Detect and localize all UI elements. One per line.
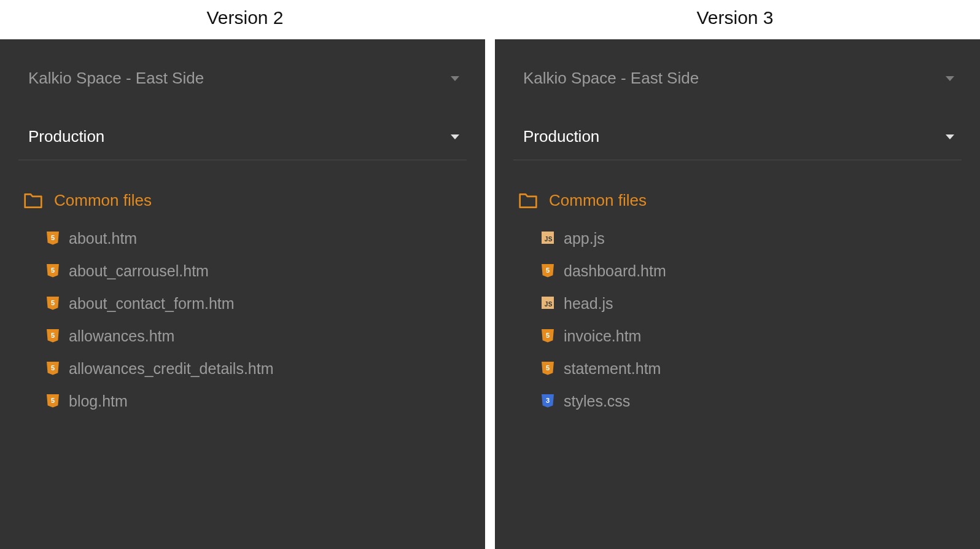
html-file-icon: 5 [47,329,59,344]
chevron-down-icon [946,76,954,81]
html-file-icon: 5 [47,362,59,376]
file-item[interactable]: JS head.js [542,287,962,320]
file-name: blog.htm [69,392,128,410]
file-list: JS app.js 5 dashboard.htm JS head.js 5 i… [518,222,962,418]
project-dropdown[interactable]: Kalkio Space - East Side [513,60,962,96]
html-file-icon: 5 [47,232,59,246]
file-name: statement.htm [564,360,661,378]
file-name: dashboard.htm [564,262,666,280]
css-file-icon: 3 [542,394,554,409]
file-item[interactable]: 5 about_contact_form.htm [47,287,467,320]
chevron-down-icon [451,76,459,81]
file-item[interactable]: JS app.js [542,222,962,255]
file-tree: Common files 5 about.htm 5 about_carrous… [18,189,467,418]
column-title: Version 2 [0,0,490,39]
file-name: invoice.htm [564,327,641,345]
column-version-2: Version 2 Kalkio Space - East Side Produ… [0,0,490,549]
chevron-down-icon [451,134,459,139]
project-dropdown[interactable]: Kalkio Space - East Side [18,60,467,96]
file-item[interactable]: 5 statement.htm [542,352,962,385]
chevron-down-icon [946,134,954,139]
panel: Kalkio Space - East Side Production Comm… [495,39,980,549]
file-item[interactable]: 5 allowances.htm [47,320,467,352]
file-name: styles.css [564,392,630,410]
js-file-icon: JS [542,297,554,311]
column-version-3: Version 3 Kalkio Space - East Side Produ… [490,0,980,549]
file-item[interactable]: 5 blog.htm [47,385,467,418]
file-item[interactable]: 3 styles.css [542,385,962,418]
html-file-icon: 5 [542,264,554,279]
html-file-icon: 5 [47,297,59,311]
folder-label: Common files [54,191,152,210]
environment-name: Production [28,127,104,146]
file-name: app.js [564,230,605,247]
html-file-icon: 5 [542,362,554,376]
file-item[interactable]: 5 invoice.htm [542,320,962,352]
file-name: about_contact_form.htm [69,295,235,313]
file-name: allowances.htm [69,327,174,345]
html-file-icon: 5 [47,394,59,409]
environment-dropdown[interactable]: Production [18,119,467,160]
environment-dropdown[interactable]: Production [513,119,962,160]
project-name: Kalkio Space - East Side [28,69,204,88]
html-file-icon: 5 [542,329,554,344]
panel: Kalkio Space - East Side Production Comm… [0,39,485,549]
folder-label: Common files [549,191,647,210]
folder-icon [23,192,43,209]
file-name: head.js [564,295,613,313]
file-name: allowances_credit_details.htm [69,360,274,378]
file-list: 5 about.htm 5 about_carrousel.htm 5 abou… [23,222,467,418]
folder-common-files[interactable]: Common files [23,189,467,216]
folder-icon [518,192,538,209]
file-item[interactable]: 5 about_carrousel.htm [47,255,467,287]
project-name: Kalkio Space - East Side [523,69,699,88]
file-name: about_carrousel.htm [69,262,209,280]
file-item[interactable]: 5 allowances_credit_details.htm [47,352,467,385]
file-name: about.htm [69,230,137,247]
html-file-icon: 5 [47,264,59,279]
file-item[interactable]: 5 dashboard.htm [542,255,962,287]
environment-name: Production [523,127,599,146]
comparison-wrapper: Version 2 Kalkio Space - East Side Produ… [0,0,980,549]
js-file-icon: JS [542,232,554,246]
column-title: Version 3 [490,0,980,39]
file-item[interactable]: 5 about.htm [47,222,467,255]
file-tree: Common files JS app.js 5 dashboard.htm J… [513,189,962,418]
folder-common-files[interactable]: Common files [518,189,962,216]
